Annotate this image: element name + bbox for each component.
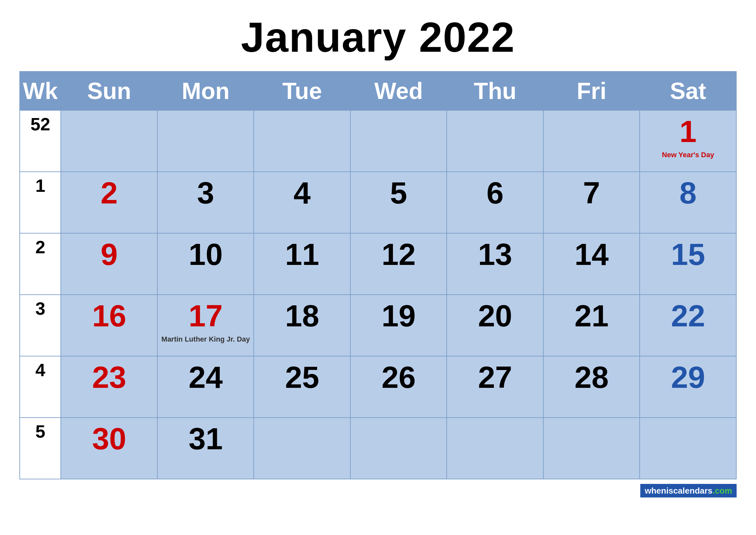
table-row [350,110,447,172]
table-row: 3 [157,172,254,233]
table-row [350,418,447,479]
day-number: 19 [381,298,416,333]
day-number: 30 [92,421,126,456]
table-row: 27 [447,356,543,418]
table-row: 26 [350,356,447,418]
table-row: 18 [254,295,350,356]
table-row: 11 [254,233,350,295]
day-number: 18 [285,298,319,333]
table-row [254,418,350,479]
day-number: 25 [285,360,319,394]
table-row: 4 [254,172,350,233]
day-number: 17 [188,298,223,333]
day-number: 3 [197,176,214,210]
table-row [640,418,736,479]
table-row: 2 [61,172,157,233]
table-row: 12 [350,233,447,295]
day-number: 2 [100,176,118,210]
table-row: 24 [157,356,254,418]
header-sat: Sat [640,71,736,110]
week-number: 52 [20,110,61,172]
table-row: 15 [640,233,736,295]
day-number: 14 [574,237,608,271]
day-number: 22 [671,298,705,333]
day-number: 11 [285,237,319,271]
page-title: January 2022 [241,13,515,62]
calendar-table: Wk Sun Mon Tue Wed Thu Fri Sat 521New Ye… [19,71,737,479]
week-number: 4 [20,356,61,418]
site-name: wheniscalendars [645,486,713,495]
header-wed: Wed [350,71,447,110]
day-number: 21 [574,298,608,333]
day-number: 8 [679,176,696,210]
table-row: 5 [350,172,447,233]
week-number: 3 [20,295,61,356]
table-row [254,110,350,172]
day-number: 7 [583,176,600,210]
day-number: 24 [188,360,223,394]
day-number: 15 [671,237,705,271]
mlk-label: Martin Luther King Jr. Day [160,335,251,344]
header-sun: Sun [61,71,157,110]
table-row [543,418,640,479]
site-tld: .com [712,486,732,495]
header-fri: Fri [543,71,640,110]
table-row: 23 [61,356,157,418]
table-row: 22 [640,295,736,356]
table-row: 7 [543,172,640,233]
table-row [543,110,640,172]
header-wk: Wk [20,71,61,110]
header-tue: Tue [254,71,350,110]
day-number: 1 [679,114,696,149]
week-number: 1 [20,172,61,233]
table-row [447,110,543,172]
holiday-label: New Year's Day [642,151,733,160]
table-row: 10 [157,233,254,295]
week-number: 2 [20,233,61,295]
footer: wheniscalendars.com [19,486,737,496]
table-row: 25 [254,356,350,418]
table-row [447,418,543,479]
table-row: 13 [447,233,543,295]
header-mon: Mon [157,71,254,110]
table-row: 29 [640,356,736,418]
day-number: 20 [478,298,512,333]
table-row: 14 [543,233,640,295]
day-number: 5 [390,176,407,210]
site-link[interactable]: wheniscalendars.com [640,484,737,497]
table-row: 30 [61,418,157,479]
day-number: 27 [478,360,512,394]
table-row: 21 [543,295,640,356]
table-row: 20 [447,295,543,356]
day-number: 9 [100,237,118,271]
day-number: 29 [671,360,705,394]
table-row: 17Martin Luther King Jr. Day [157,295,254,356]
table-row: 9 [61,233,157,295]
table-row: 16 [61,295,157,356]
table-row [61,110,157,172]
day-number: 28 [574,360,608,394]
day-number: 31 [188,421,223,456]
header-thu: Thu [447,71,543,110]
day-number: 10 [188,237,223,271]
day-number: 13 [478,237,512,271]
day-number: 16 [92,298,126,333]
table-row: 1New Year's Day [640,110,736,172]
day-number: 4 [293,176,310,210]
table-row [157,110,254,172]
table-row: 31 [157,418,254,479]
table-row: 6 [447,172,543,233]
day-number: 12 [381,237,416,271]
table-row: 28 [543,356,640,418]
day-number: 6 [486,176,503,210]
table-row: 8 [640,172,736,233]
week-number: 5 [20,418,61,479]
table-row: 19 [350,295,447,356]
day-number: 26 [381,360,416,394]
day-number: 23 [92,360,126,394]
